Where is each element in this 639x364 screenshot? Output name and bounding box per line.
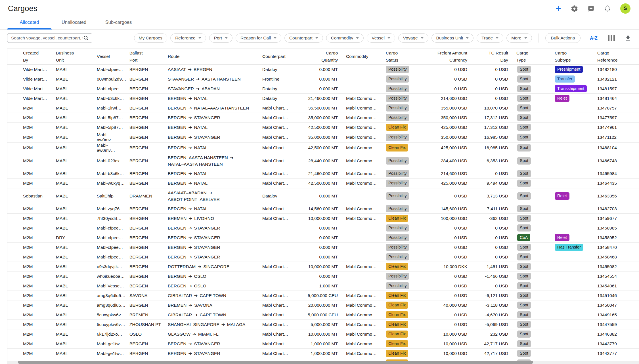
vessel-cell: Mabl-cfpee… bbox=[97, 86, 129, 91]
column-header-commodity[interactable]: Commodity bbox=[346, 53, 386, 60]
table-row[interactable]: M2M MABL Mabl Vesse… BERGEN BERGEN➔OSLO … bbox=[7, 281, 639, 291]
route-arrow-icon: ➔ bbox=[188, 125, 192, 130]
column-header-route[interactable]: Route bbox=[168, 53, 262, 60]
table-row[interactable]: M2M MABL Mabl-ge1tw… BERGEN BERGEN➔STAVA… bbox=[7, 349, 639, 358]
commodity-cell: Mabl Commo… bbox=[346, 264, 386, 269]
freight-amount-cell: 425,000 USD bbox=[426, 181, 475, 186]
table-row[interactable]: M2M MABL Mabl-5lp87… BERGEN BERGEN➔NATAL… bbox=[7, 123, 639, 132]
vessel-cell: Mabl-5lp87… bbox=[97, 115, 129, 120]
business-unit-cell: MABL bbox=[56, 312, 97, 317]
table-row[interactable]: M2M MABL wh6ikueooa… BERGEN BERGEN➔OSLO … bbox=[7, 272, 639, 281]
table-row[interactable]: M2M MABL Mabl-cfpee… BERGEN BERGEN➔STAVA… bbox=[7, 252, 639, 262]
table-row[interactable]: M2M MABL amg3q6dlu5… BERGEN BREMEN➔SAVON… bbox=[7, 300, 639, 310]
column-header-cargo-quantity[interactable]: Cargo Quantity bbox=[301, 50, 346, 63]
table-row[interactable]: M2M MABL o9s3dqvjtk… BERGEN ROTTERDAM➔SI… bbox=[7, 262, 639, 272]
table-row[interactable]: M2M MABL 5cuxypkw6v… ZHOUSHAN PT SHANGHA… bbox=[7, 320, 639, 329]
table-row[interactable]: M2M MABL Mabl-zyq76… BERGEN BERGEN➔NATAL… bbox=[7, 204, 639, 214]
route-to: OSLO bbox=[194, 283, 206, 289]
cargo-quantity-cell: 35,000.000 MT bbox=[301, 115, 346, 120]
user-avatar[interactable]: S bbox=[620, 3, 630, 14]
route-arrow-icon: ➔ bbox=[188, 181, 192, 186]
table-row[interactable]: M2M MABL Mabl-w0xyq… BERGEN BERGEN➔NATAL… bbox=[7, 179, 639, 188]
cargo-status-cell: Possibility bbox=[386, 95, 426, 102]
assistant-badge-icon[interactable] bbox=[587, 5, 595, 12]
status-badge: Clean Fix bbox=[386, 350, 408, 357]
table-row[interactable]: M2M MABL Mabl-ge1tw… BERGEN BERGEN➔STAVA… bbox=[7, 339, 639, 349]
table-row[interactable]: Vilde Mart… MABL Mabl-cfpee… BERGEN STAV… bbox=[7, 84, 639, 94]
business-unit-cell: MABL bbox=[56, 332, 97, 337]
table-row[interactable]: M2M MABL Mabl-aw0mv… BERGEN BERGEN➔STAVA… bbox=[7, 132, 639, 143]
table-row[interactable]: M2M MABL Mabl-aw0mv… BERGEN BERGEN➔NATAL… bbox=[7, 143, 639, 153]
cargo-subtype-badge: Has Transfer bbox=[555, 244, 583, 251]
settings-gear-icon[interactable] bbox=[571, 5, 578, 12]
notifications-bell-icon[interactable] bbox=[604, 5, 611, 12]
table-row[interactable]: M2M MABL Mabl-cfpee… BERGEN BERGEN➔STAVA… bbox=[7, 223, 639, 233]
vessel-cell: 5cuxypkw6v… bbox=[97, 312, 129, 317]
tab-sub-cargoes[interactable]: Sub-cargoes bbox=[96, 16, 141, 29]
column-header-cargo-status[interactable]: Cargo Status bbox=[386, 50, 426, 63]
column-header-tc-result-day[interactable]: TC Result Day bbox=[475, 50, 516, 63]
table-row[interactable]: Vilde Mart… MABL Mabl-b3c6k… BERGEN BERG… bbox=[7, 94, 639, 103]
route-cell: BERGEN➔NATAL bbox=[168, 123, 262, 132]
columns-icon[interactable] bbox=[608, 35, 615, 41]
table-row[interactable]: M2M MABL Mabl-1irwf… BERGEN BERGEN➔NATAL… bbox=[7, 103, 639, 113]
filter-chip-more[interactable]: More bbox=[506, 33, 532, 43]
column-header-freight-amount-currency[interactable]: Freight Amount Currency bbox=[426, 50, 475, 63]
horizontal-scrollbar-thumb[interactable] bbox=[18, 361, 533, 364]
column-header-created-by[interactable]: Created By bbox=[23, 50, 56, 63]
table-row[interactable]: M2M MABL Mabl-cfpee… BERGEN BERGEN➔STAVA… bbox=[7, 243, 639, 252]
filter-chip-business-unit[interactable]: Business Unit bbox=[431, 33, 474, 43]
filter-chip-my-cargoes[interactable]: My Cargoes bbox=[134, 33, 167, 43]
route-from: BERGEN bbox=[168, 115, 186, 120]
filter-chip-port[interactable]: Port bbox=[209, 33, 232, 43]
route-to: STAVANGER bbox=[194, 234, 220, 241]
column-header-cargo-type[interactable]: Cargo Type bbox=[516, 50, 555, 63]
route-arrow-icon: ➔ bbox=[188, 283, 192, 288]
table-row[interactable]: M2M MABL 5cuxypkw6v… BREMEN GIBRALTAR➔CA… bbox=[7, 310, 639, 320]
filter-chip-reference[interactable]: Reference bbox=[170, 33, 206, 43]
bulk-actions-button[interactable]: Bulk Actions bbox=[545, 33, 581, 43]
filter-chip-vessel[interactable]: Vessel bbox=[367, 33, 395, 43]
tab-allocated[interactable]: Allocated bbox=[7, 16, 52, 29]
search-box[interactable] bbox=[7, 33, 92, 43]
column-header-ballast-port[interactable]: Ballast Port bbox=[129, 50, 168, 63]
commodity-cell: Mabl Commo… bbox=[346, 293, 386, 298]
sort-alpha-icon[interactable]: AZ bbox=[590, 34, 598, 42]
add-cargo-button[interactable]: + bbox=[556, 5, 562, 12]
filter-chip-reason-for-call[interactable]: Reason for Call bbox=[236, 33, 281, 43]
created-by-cell: M2M bbox=[23, 245, 56, 250]
column-header-vessel[interactable]: Vessel bbox=[97, 53, 129, 60]
filter-chip-label: Commodity bbox=[331, 35, 353, 41]
table-row[interactable]: M2M DRY Mabl-cfpee… BERGEN BERGEN➔STAVAN… bbox=[7, 233, 639, 243]
column-header-counterpart[interactable]: Counterpart bbox=[262, 53, 301, 60]
table-row[interactable]: Vilde Mart… MABL 00wmbul2d9… BERGEN STAV… bbox=[7, 74, 639, 84]
cargo-reference-cell: 13450047 bbox=[597, 303, 639, 308]
tab-unallocated[interactable]: Unallocated bbox=[52, 16, 96, 29]
filter-chip-trade[interactable]: Trade bbox=[477, 33, 503, 43]
freight-amount-cell: 10,000 USD bbox=[426, 351, 475, 356]
filter-chip-commodity[interactable]: Commodity bbox=[326, 33, 364, 43]
created-by-cell: M2M bbox=[23, 322, 56, 327]
column-header-business-unit[interactable]: Business Unit bbox=[56, 50, 97, 63]
table-body: Vilde Mart… MABL Mabl-cfpee… BERGEN AASI… bbox=[7, 65, 639, 364]
table-row[interactable]: M2M MABL Mabl-5lp87… BERGEN BERGEN➔STAVA… bbox=[7, 113, 639, 123]
freight-amount-cell: 0 USD bbox=[426, 86, 475, 91]
chevron-down-icon bbox=[274, 37, 276, 39]
filter-chip-counterpart[interactable]: Counterpart bbox=[284, 33, 323, 43]
route-cell: BREMEN➔LIVORNO bbox=[168, 214, 262, 223]
filter-chip-voyage[interactable]: Voyage bbox=[398, 33, 428, 43]
table-row[interactable]: M2M MABL Mabl-b3c6k… BERGEN BERGEN➔NATAL… bbox=[7, 169, 639, 179]
tc-result-cell: 42,717 USD bbox=[475, 351, 516, 356]
created-by-cell: M2M bbox=[23, 226, 56, 231]
table-row[interactable]: Vilde Mart… MABL Mabl-cfpee… BERGEN AASI… bbox=[7, 65, 639, 74]
search-input[interactable] bbox=[11, 35, 83, 41]
table-row[interactable]: Sebastian MABL SaltChip DRAMMEN AASIAAT–… bbox=[7, 188, 639, 204]
download-icon[interactable] bbox=[625, 35, 632, 42]
column-header-cargo-subtype[interactable]: Cargo Subtype bbox=[555, 50, 597, 63]
table-row[interactable]: M2M MABL 6k17ljd2xo… OSLO GLASGOW➔MIAMI,… bbox=[7, 329, 639, 339]
table-row[interactable]: M2M MABL Mabl-023cx… BERGEN BERGEN–AASTA… bbox=[7, 153, 639, 169]
table-row[interactable]: M2M MABL amg3q6dlu5… SAVONA GIBRALTAR➔CA… bbox=[7, 291, 639, 300]
chevron-down-icon bbox=[496, 37, 498, 39]
column-header-cargo-reference[interactable]: Cargo Reference bbox=[597, 50, 639, 63]
table-row[interactable]: M2M MABL 7hf30ysdrl… BERGEN BREMEN➔LIVOR… bbox=[7, 214, 639, 223]
